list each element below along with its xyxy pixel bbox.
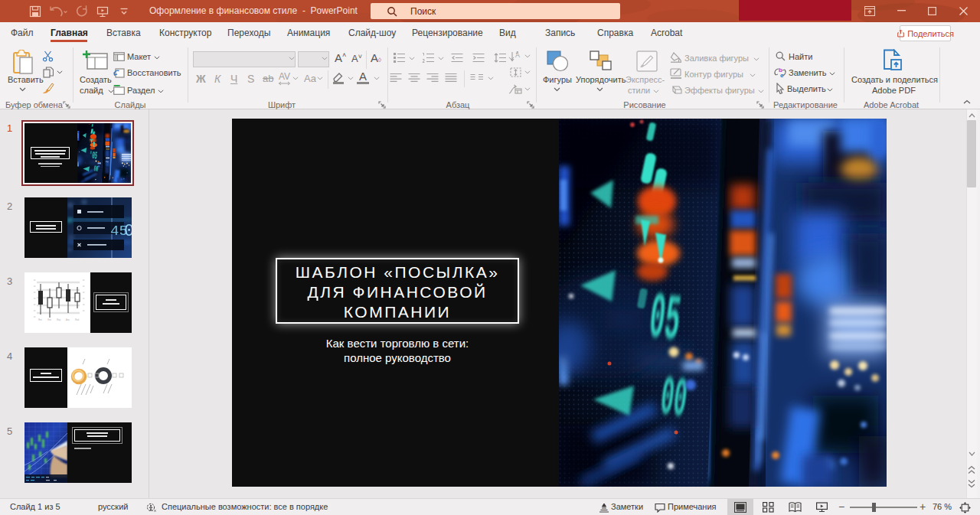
svg-text:Фев: Фев — [47, 318, 51, 321]
svg-text:Апр: Апр — [66, 318, 70, 321]
svg-text:0: 0 — [124, 222, 132, 241]
svg-text:Май: Май — [75, 318, 80, 321]
svg-text:Янв: Янв — [38, 318, 42, 321]
svg-text:Мар: Мар — [57, 318, 61, 321]
